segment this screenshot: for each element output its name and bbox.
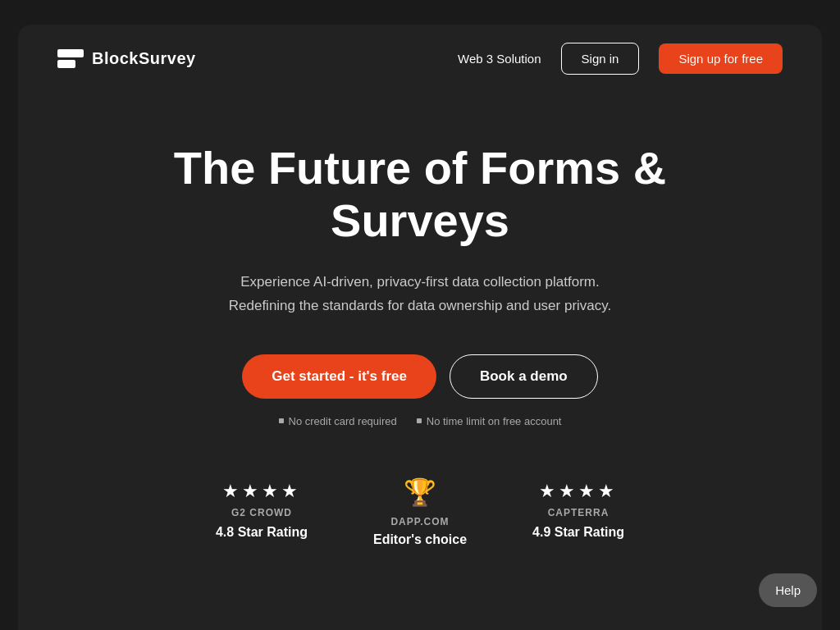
g2-label: 4.8 Star Rating <box>216 523 308 541</box>
page-wrapper: BlockSurvey Web 3 Solution Sign in Sign … <box>16 16 824 630</box>
subtitle-line2: Redefining the standards for data owners… <box>229 298 612 313</box>
signup-button[interactable]: Sign up for free <box>659 43 783 74</box>
star-c4: ★ <box>598 481 614 502</box>
g2-stars: ★ ★ ★ ★ <box>222 481 301 502</box>
dapp-rating: 🏆 DAPP.COM Editor's choice <box>373 477 467 547</box>
disclaimer-area: No credit card required No time limit on… <box>279 415 562 427</box>
logo-bar-bottom <box>57 60 75 68</box>
capterra-rating: ★ ★ ★ ★ CAPTERRA 4.9 Star Rating <box>532 481 624 541</box>
star-4: ★ <box>281 481 298 502</box>
signin-button[interactable]: Sign in <box>561 43 640 75</box>
disclaimer-dot-1 <box>279 418 284 423</box>
capterra-stars: ★ ★ ★ ★ <box>539 481 618 502</box>
star-3: ★ <box>262 481 278 502</box>
star-c3: ★ <box>578 481 595 502</box>
hero-subtitle: Experience AI-driven, privacy-first data… <box>229 271 612 318</box>
editors-choice-label: Editor's choice <box>373 532 467 547</box>
g2-rating: ★ ★ ★ ★ G2 CROWD 4.8 Star Rating <box>216 481 308 541</box>
disclaimer-text-2: No time limit on free account <box>427 415 562 427</box>
capterra-source: CAPTERRA <box>548 507 609 518</box>
star-c1: ★ <box>539 481 555 502</box>
main-card: BlockSurvey Web 3 Solution Sign in Sign … <box>18 25 822 630</box>
nav-area: Web 3 Solution Sign in Sign up for free <box>458 43 783 75</box>
ratings-section: ★ ★ ★ ★ G2 CROWD 4.8 Star Rating 🏆 DAPP.… <box>57 477 783 596</box>
trophy-icon: 🏆 <box>404 477 436 508</box>
disclaimer-item-2: No time limit on free account <box>417 415 562 427</box>
g2-source: G2 CROWD <box>231 507 292 518</box>
logo-text: BlockSurvey <box>92 49 196 68</box>
disclaimer-text-1: No credit card required <box>289 415 397 427</box>
web3-nav-link[interactable]: Web 3 Solution <box>458 52 541 66</box>
dapp-source: DAPP.COM <box>390 516 449 527</box>
hero-title: The Future of Forms & Surveys <box>100 142 740 248</box>
cta-buttons: Get started - it's free Book a demo <box>242 354 597 399</box>
subtitle-line1: Experience AI-driven, privacy-first data… <box>240 274 599 290</box>
disclaimer-item-1: No credit card required <box>279 415 397 427</box>
star-2: ★ <box>242 481 258 502</box>
logo-area: BlockSurvey <box>57 49 196 68</box>
star-c2: ★ <box>559 481 575 502</box>
help-button[interactable]: Help <box>759 573 817 607</box>
disclaimer-dot-2 <box>417 418 422 423</box>
logo-icon <box>57 49 84 68</box>
header: BlockSurvey Web 3 Solution Sign in Sign … <box>18 25 822 93</box>
capterra-label: 4.9 Star Rating <box>532 523 624 541</box>
book-demo-button[interactable]: Book a demo <box>450 354 598 399</box>
hero-section: The Future of Forms & Surveys Experience… <box>18 93 822 630</box>
get-started-button[interactable]: Get started - it's free <box>242 354 436 399</box>
logo-bar-top <box>57 49 84 57</box>
star-1: ★ <box>222 481 239 502</box>
